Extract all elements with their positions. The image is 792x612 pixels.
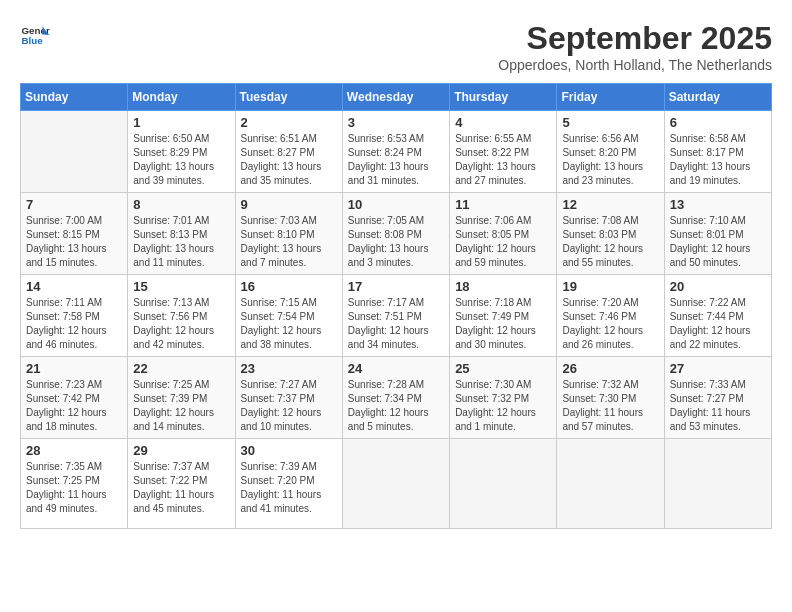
calendar-cell: 20Sunrise: 7:22 AMSunset: 7:44 PMDayligh… <box>664 275 771 357</box>
calendar-cell: 5Sunrise: 6:56 AMSunset: 8:20 PMDaylight… <box>557 111 664 193</box>
calendar-cell: 6Sunrise: 6:58 AMSunset: 8:17 PMDaylight… <box>664 111 771 193</box>
day-info: Sunrise: 7:11 AMSunset: 7:58 PMDaylight:… <box>26 296 122 352</box>
calendar-cell: 11Sunrise: 7:06 AMSunset: 8:05 PMDayligh… <box>450 193 557 275</box>
day-number: 7 <box>26 197 122 212</box>
day-info: Sunrise: 7:28 AMSunset: 7:34 PMDaylight:… <box>348 378 444 434</box>
calendar-cell <box>450 439 557 529</box>
day-number: 18 <box>455 279 551 294</box>
month-title: September 2025 <box>498 20 772 57</box>
day-info: Sunrise: 7:06 AMSunset: 8:05 PMDaylight:… <box>455 214 551 270</box>
day-number: 23 <box>241 361 337 376</box>
day-info: Sunrise: 7:22 AMSunset: 7:44 PMDaylight:… <box>670 296 766 352</box>
calendar-cell: 21Sunrise: 7:23 AMSunset: 7:42 PMDayligh… <box>21 357 128 439</box>
day-info: Sunrise: 6:58 AMSunset: 8:17 PMDaylight:… <box>670 132 766 188</box>
calendar-week-1: 1Sunrise: 6:50 AMSunset: 8:29 PMDaylight… <box>21 111 772 193</box>
day-number: 27 <box>670 361 766 376</box>
day-header-saturday: Saturday <box>664 84 771 111</box>
day-header-monday: Monday <box>128 84 235 111</box>
calendar-week-3: 14Sunrise: 7:11 AMSunset: 7:58 PMDayligh… <box>21 275 772 357</box>
calendar-body: 1Sunrise: 6:50 AMSunset: 8:29 PMDaylight… <box>21 111 772 529</box>
day-number: 26 <box>562 361 658 376</box>
calendar-week-2: 7Sunrise: 7:00 AMSunset: 8:15 PMDaylight… <box>21 193 772 275</box>
day-info: Sunrise: 6:51 AMSunset: 8:27 PMDaylight:… <box>241 132 337 188</box>
location-subtitle: Opperdoes, North Holland, The Netherland… <box>498 57 772 73</box>
day-info: Sunrise: 7:15 AMSunset: 7:54 PMDaylight:… <box>241 296 337 352</box>
day-info: Sunrise: 7:33 AMSunset: 7:27 PMDaylight:… <box>670 378 766 434</box>
day-number: 25 <box>455 361 551 376</box>
day-info: Sunrise: 7:30 AMSunset: 7:32 PMDaylight:… <box>455 378 551 434</box>
calendar-cell: 14Sunrise: 7:11 AMSunset: 7:58 PMDayligh… <box>21 275 128 357</box>
day-number: 17 <box>348 279 444 294</box>
day-info: Sunrise: 7:39 AMSunset: 7:20 PMDaylight:… <box>241 460 337 516</box>
calendar-cell: 22Sunrise: 7:25 AMSunset: 7:39 PMDayligh… <box>128 357 235 439</box>
day-header-friday: Friday <box>557 84 664 111</box>
day-info: Sunrise: 7:01 AMSunset: 8:13 PMDaylight:… <box>133 214 229 270</box>
day-info: Sunrise: 6:56 AMSunset: 8:20 PMDaylight:… <box>562 132 658 188</box>
day-number: 5 <box>562 115 658 130</box>
day-info: Sunrise: 7:32 AMSunset: 7:30 PMDaylight:… <box>562 378 658 434</box>
calendar-cell: 27Sunrise: 7:33 AMSunset: 7:27 PMDayligh… <box>664 357 771 439</box>
day-header-sunday: Sunday <box>21 84 128 111</box>
calendar-cell: 30Sunrise: 7:39 AMSunset: 7:20 PMDayligh… <box>235 439 342 529</box>
day-number: 10 <box>348 197 444 212</box>
day-number: 28 <box>26 443 122 458</box>
day-number: 24 <box>348 361 444 376</box>
calendar-cell <box>21 111 128 193</box>
day-info: Sunrise: 6:53 AMSunset: 8:24 PMDaylight:… <box>348 132 444 188</box>
day-header-tuesday: Tuesday <box>235 84 342 111</box>
svg-text:Blue: Blue <box>22 35 44 46</box>
calendar-cell: 7Sunrise: 7:00 AMSunset: 8:15 PMDaylight… <box>21 193 128 275</box>
logo-icon: General Blue <box>20 20 50 50</box>
calendar-table: SundayMondayTuesdayWednesdayThursdayFrid… <box>20 83 772 529</box>
day-number: 2 <box>241 115 337 130</box>
calendar-cell: 2Sunrise: 6:51 AMSunset: 8:27 PMDaylight… <box>235 111 342 193</box>
day-number: 12 <box>562 197 658 212</box>
calendar-cell: 25Sunrise: 7:30 AMSunset: 7:32 PMDayligh… <box>450 357 557 439</box>
day-info: Sunrise: 7:10 AMSunset: 8:01 PMDaylight:… <box>670 214 766 270</box>
day-info: Sunrise: 7:20 AMSunset: 7:46 PMDaylight:… <box>562 296 658 352</box>
day-number: 8 <box>133 197 229 212</box>
calendar-header-row: SundayMondayTuesdayWednesdayThursdayFrid… <box>21 84 772 111</box>
day-number: 9 <box>241 197 337 212</box>
calendar-cell: 26Sunrise: 7:32 AMSunset: 7:30 PMDayligh… <box>557 357 664 439</box>
calendar-cell: 12Sunrise: 7:08 AMSunset: 8:03 PMDayligh… <box>557 193 664 275</box>
calendar-cell: 16Sunrise: 7:15 AMSunset: 7:54 PMDayligh… <box>235 275 342 357</box>
day-header-wednesday: Wednesday <box>342 84 449 111</box>
day-info: Sunrise: 7:05 AMSunset: 8:08 PMDaylight:… <box>348 214 444 270</box>
calendar-cell <box>664 439 771 529</box>
day-number: 20 <box>670 279 766 294</box>
calendar-week-5: 28Sunrise: 7:35 AMSunset: 7:25 PMDayligh… <box>21 439 772 529</box>
day-number: 14 <box>26 279 122 294</box>
calendar-cell: 17Sunrise: 7:17 AMSunset: 7:51 PMDayligh… <box>342 275 449 357</box>
day-number: 30 <box>241 443 337 458</box>
logo: General Blue <box>20 20 50 50</box>
calendar-cell: 23Sunrise: 7:27 AMSunset: 7:37 PMDayligh… <box>235 357 342 439</box>
day-number: 22 <box>133 361 229 376</box>
day-info: Sunrise: 7:23 AMSunset: 7:42 PMDaylight:… <box>26 378 122 434</box>
calendar-cell: 8Sunrise: 7:01 AMSunset: 8:13 PMDaylight… <box>128 193 235 275</box>
calendar-cell: 3Sunrise: 6:53 AMSunset: 8:24 PMDaylight… <box>342 111 449 193</box>
day-number: 13 <box>670 197 766 212</box>
day-info: Sunrise: 6:55 AMSunset: 8:22 PMDaylight:… <box>455 132 551 188</box>
calendar-cell: 18Sunrise: 7:18 AMSunset: 7:49 PMDayligh… <box>450 275 557 357</box>
calendar-cell: 1Sunrise: 6:50 AMSunset: 8:29 PMDaylight… <box>128 111 235 193</box>
title-block: September 2025 Opperdoes, North Holland,… <box>498 20 772 73</box>
day-number: 3 <box>348 115 444 130</box>
calendar-cell: 15Sunrise: 7:13 AMSunset: 7:56 PMDayligh… <box>128 275 235 357</box>
calendar-cell: 28Sunrise: 7:35 AMSunset: 7:25 PMDayligh… <box>21 439 128 529</box>
day-number: 15 <box>133 279 229 294</box>
day-number: 6 <box>670 115 766 130</box>
day-info: Sunrise: 7:37 AMSunset: 7:22 PMDaylight:… <box>133 460 229 516</box>
calendar-cell: 29Sunrise: 7:37 AMSunset: 7:22 PMDayligh… <box>128 439 235 529</box>
day-info: Sunrise: 7:27 AMSunset: 7:37 PMDaylight:… <box>241 378 337 434</box>
page-header: General Blue September 2025 Opperdoes, N… <box>20 20 772 73</box>
day-info: Sunrise: 6:50 AMSunset: 8:29 PMDaylight:… <box>133 132 229 188</box>
calendar-cell <box>557 439 664 529</box>
day-info: Sunrise: 7:13 AMSunset: 7:56 PMDaylight:… <box>133 296 229 352</box>
day-info: Sunrise: 7:35 AMSunset: 7:25 PMDaylight:… <box>26 460 122 516</box>
day-info: Sunrise: 7:08 AMSunset: 8:03 PMDaylight:… <box>562 214 658 270</box>
calendar-cell: 10Sunrise: 7:05 AMSunset: 8:08 PMDayligh… <box>342 193 449 275</box>
day-header-thursday: Thursday <box>450 84 557 111</box>
day-number: 21 <box>26 361 122 376</box>
day-number: 29 <box>133 443 229 458</box>
